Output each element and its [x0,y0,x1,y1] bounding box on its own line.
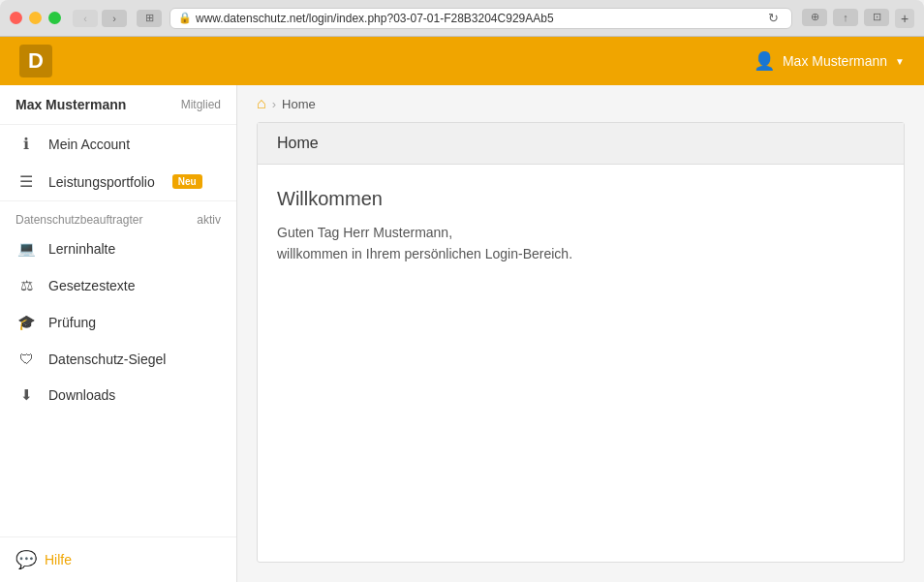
breadcrumb: ⌂ › Home [237,85,924,122]
sidebar-label-lerninhalte: Lerninhalte [48,241,115,257]
help-icon: 💬 [15,549,37,570]
app-logo: D [19,45,52,77]
sidebar-label-gesetzestexte: Gesetzestexte [48,278,136,293]
window-chrome: ‹ › ⊞ 🔒 www.datenschutz.net/login/index.… [0,0,924,37]
address-bar[interactable]: 🔒 www.datenschutz.net/login/index.php?03… [169,8,792,29]
graduation-icon: 🎓 [15,314,37,331]
panel-body: Willkommen Guten Tag Herr Mustermann, wi… [258,165,904,289]
main-area: Max Mustermann Mitglied ℹ Mein Account ☰… [0,85,924,582]
sidebar-help-item[interactable]: 💬 Hilfe [15,549,221,570]
extensions-button[interactable]: ⊕ [802,9,827,26]
url-text: www.datenschutz.net/login/index.php?03-0… [196,12,554,25]
info-icon: ℹ [15,135,37,153]
list-icon: ☰ [15,172,37,191]
maximize-button[interactable] [48,12,61,24]
sidebar-item-leistungsportfolio[interactable]: ☰ Leistungsportfolio Neu [0,163,236,200]
sidebar-top: Max Mustermann Mitglied ℹ Mein Account ☰… [0,85,236,414]
sidebar-username: Max Mustermann [15,97,126,112]
user-caret-icon: ▼ [895,56,905,67]
user-menu[interactable]: 👤 Max Mustermann ▼ [754,50,905,72]
panel-header: Home [258,123,904,165]
welcome-title: Willkommen [277,188,884,210]
user-icon: 👤 [754,50,775,72]
sidebar-item-lerninhalte[interactable]: 💻 Lerninhalte [0,230,236,267]
content-panel: Home Willkommen Guten Tag Herr Musterman… [257,122,905,563]
sidebar-user-section: Max Mustermann Mitglied [0,85,236,125]
sidebar-help-label: Hilfe [45,552,72,567]
shield-icon: 🛡 [15,351,37,367]
user-name: Max Mustermann [783,53,887,69]
sidebar-label-pruefung: Prüfung [48,315,96,330]
download-icon: ⬇ [15,386,37,404]
share-button[interactable]: ↑ [833,9,858,26]
sidebar-item-datenschutz-siegel[interactable]: 🛡 Datenschutz-Siegel [0,341,236,377]
app-container: D 👤 Max Mustermann ▼ Max Mustermann Mitg… [0,37,924,582]
home-icon[interactable]: ⌂ [257,95,266,112]
welcome-line2: willkommen in Ihrem persönlichen Login-B… [277,246,572,261]
new-tab-button[interactable]: + [895,9,914,28]
sidebar-label-mein-account: Mein Account [48,137,130,152]
new-badge: Neu [172,174,202,189]
sidebar-item-downloads[interactable]: ⬇ Downloads [0,377,236,414]
sidebar-item-mein-account[interactable]: ℹ Mein Account [0,125,236,163]
reload-button[interactable]: ↻ [762,10,784,27]
laptop-icon: 💻 [15,240,37,258]
tab-overview-button[interactable]: ⊞ [137,10,162,27]
sidebar-label-datenschutz-siegel: Datenschutz-Siegel [48,352,166,367]
sidebar-bottom: 💬 Hilfe [0,536,236,582]
welcome-line1: Guten Tag Herr Mustermann, [277,225,452,240]
sidebar-label-downloads: Downloads [48,387,115,403]
panel-title: Home [277,135,319,151]
back-button[interactable]: ‹ [73,10,98,27]
sidebar: Max Mustermann Mitglied ℹ Mein Account ☰… [0,85,237,582]
scale-icon: ⚖ [15,277,37,294]
minimize-button[interactable] [29,12,42,24]
window-button[interactable]: ⊡ [864,9,889,26]
sidebar-item-gesetzestexte[interactable]: ⚖ Gesetzestexte [0,267,236,304]
breadcrumb-current: Home [282,97,316,111]
sidebar-label-leistungsportfolio: Leistungsportfolio [48,174,155,190]
sidebar-role: Mitglied [181,98,221,111]
section-title: Datenschutzbeauftragter [15,213,142,227]
top-navbar: D 👤 Max Mustermann ▼ [0,37,924,85]
traffic-lights [10,12,61,24]
ssl-lock-icon: 🔒 [178,12,192,24]
sidebar-item-pruefung[interactable]: 🎓 Prüfung [0,304,236,341]
breadcrumb-separator: › [272,97,276,111]
close-button[interactable] [10,12,22,24]
section-status: aktiv [197,213,221,227]
content-area: ⌂ › Home Home Willkommen Guten Tag Herr … [237,85,924,582]
forward-button[interactable]: › [102,10,127,27]
welcome-text: Guten Tag Herr Mustermann, willkommen in… [277,222,884,265]
nav-buttons: ‹ › [73,10,127,27]
toolbar-right: ⊕ ↑ ⊡ + [802,9,914,28]
sidebar-section-header: Datenschutzbeauftragter aktiv [0,200,236,230]
